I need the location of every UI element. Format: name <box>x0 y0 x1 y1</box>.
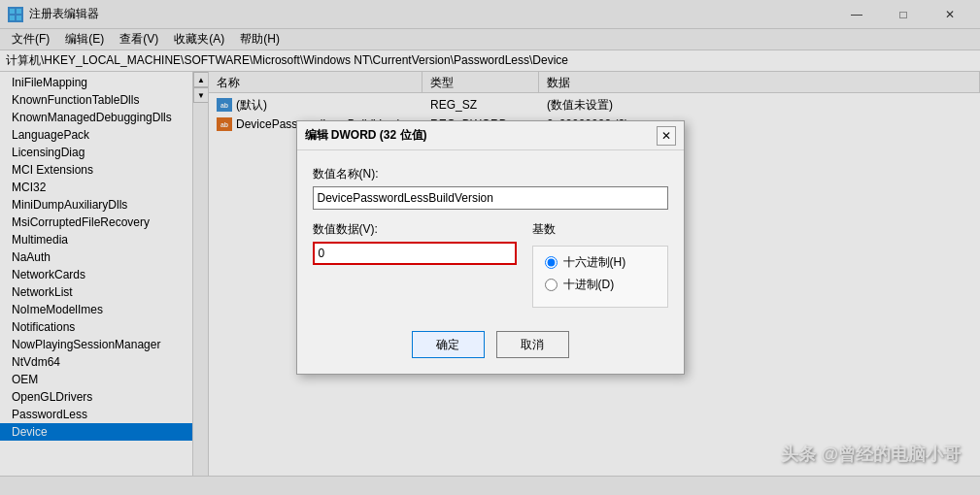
dec-radio-label: 十进制(D) <box>563 277 615 293</box>
dialog-close-button[interactable]: ✕ <box>657 126 676 146</box>
base-title: 基数 <box>532 221 668 238</box>
dialog-footer: 确定 取消 <box>297 323 684 374</box>
dialog-title-bar: 编辑 DWORD (32 位值) ✕ <box>297 121 684 150</box>
base-options: 十六进制(H) 十进制(D) <box>532 246 668 308</box>
value-name-input[interactable] <box>313 186 668 210</box>
ok-button[interactable]: 确定 <box>412 331 485 358</box>
value-name-label: 数值名称(N): <box>313 166 668 182</box>
edit-dword-dialog: 编辑 DWORD (32 位值) ✕ 数值名称(N): 数值数据(V): 基数 <box>296 120 685 375</box>
dialog-body: 数值名称(N): 数值数据(V): 基数 十六进制(H) <box>297 150 684 323</box>
value-data-label: 数值数据(V): <box>313 221 517 238</box>
dialog-title: 编辑 DWORD (32 位值) <box>305 127 427 144</box>
dialog-overlay: 编辑 DWORD (32 位值) ✕ 数值名称(N): 数值数据(V): 基数 <box>0 0 980 495</box>
dec-radio-item[interactable]: 十进制(D) <box>545 277 656 293</box>
base-group: 基数 十六进制(H) 十进制(D) <box>532 221 668 308</box>
value-name-group: 数值名称(N): <box>313 166 668 210</box>
value-data-row: 数值数据(V): 基数 十六进制(H) 十进制(D) <box>313 221 668 308</box>
hex-radio[interactable] <box>545 256 558 269</box>
value-data-input[interactable] <box>313 242 517 265</box>
cancel-button[interactable]: 取消 <box>496 331 569 358</box>
dec-radio[interactable] <box>545 279 558 291</box>
hex-radio-item[interactable]: 十六进制(H) <box>545 254 656 271</box>
value-data-group: 数值数据(V): <box>313 221 517 265</box>
hex-radio-label: 十六进制(H) <box>563 254 626 271</box>
